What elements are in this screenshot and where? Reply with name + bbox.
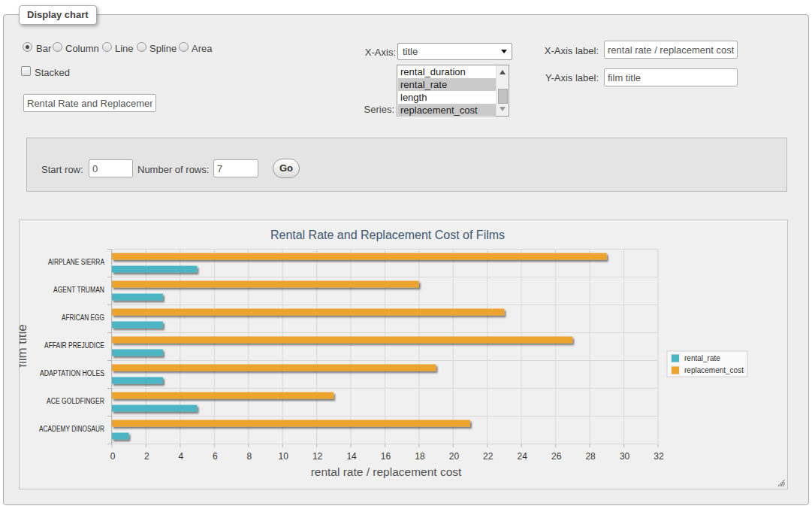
svg-text:ACADEMY DINOSAUR: ACADEMY DINOSAUR [39,425,104,433]
svg-text:20: 20 [449,451,460,462]
svg-text:Rental Rate and Replacement Co: Rental Rate and Replacement Cost of Film… [270,229,505,241]
svg-text:24: 24 [518,451,528,462]
svg-text:30: 30 [620,451,630,462]
svg-text:2: 2 [144,451,149,462]
svg-text:22: 22 [483,451,494,462]
svg-text:replacement_cost: replacement_cost [684,366,744,374]
svg-text:18: 18 [415,451,425,462]
svg-text:16: 16 [381,451,391,462]
svg-text:6: 6 [213,451,218,462]
svg-text:28: 28 [585,451,596,462]
svg-text:rental rate / replacement cost: rental rate / replacement cost [311,465,462,478]
svg-text:AIRPLANE SIERRA: AIRPLANE SIERRA [48,258,104,266]
svg-text:26: 26 [551,451,562,462]
svg-text:4: 4 [179,451,184,462]
svg-text:rental_rate: rental_rate [684,354,720,362]
svg-text:14: 14 [346,451,357,462]
svg-text:12: 12 [312,451,323,462]
svg-text:8: 8 [246,451,252,462]
svg-text:AFFAIR PREJUDICE: AFFAIR PREJUDICE [44,341,104,350]
svg-text:10: 10 [279,451,289,462]
svg-text:32: 32 [654,451,664,462]
svg-text:0: 0 [110,451,116,462]
svg-text:ACE GOLDFINGER: ACE GOLDFINGER [47,397,104,405]
svg-text:AFRICAN EGG: AFRICAN EGG [62,314,104,322]
svg-text:film title: film title [20,324,29,368]
svg-text:AGENT TRUMAN: AGENT TRUMAN [53,286,104,294]
svg-text:ADAPTATION HOLES: ADAPTATION HOLES [40,369,104,377]
